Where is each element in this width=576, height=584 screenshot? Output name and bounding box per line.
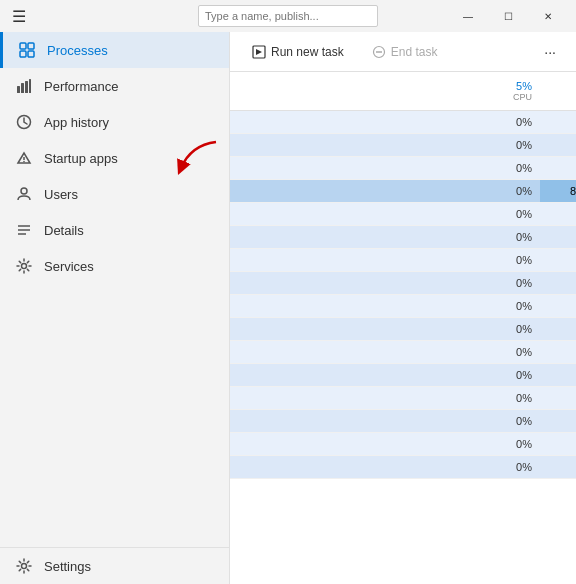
cell-memory: 0.9 MB [540,410,576,432]
table-row[interactable]: 0% 0.1 MB 0 MB/s 0 Mbps [230,387,576,410]
cell-name [230,272,470,294]
cell-memory: 0.9 MB [540,318,576,340]
more-options-button[interactable]: ··· [536,40,564,64]
services-icon [16,258,32,274]
performance-icon [16,78,32,94]
cell-name [230,364,470,386]
close-button[interactable]: ✕ [528,0,568,32]
svg-rect-1 [28,43,34,49]
content-area: Run new task End task ··· 5% CPU 53% Mem… [230,32,576,584]
svg-point-17 [22,564,27,569]
table-row[interactable]: 0% 0.9 MB 0 MB/s 0 Mbps [230,318,576,341]
sidebar-item-startup-apps[interactable]: Startup apps [0,140,229,176]
table-row[interactable]: 0% 4.1 MB 0 MB/s 0 Mbps [230,157,576,180]
svg-rect-0 [20,43,26,49]
table-row[interactable]: 0% 2.9 MB 0 MB/s 0 Mbps [230,226,576,249]
cell-memory: 1.4 MB [540,295,576,317]
svg-rect-2 [20,51,26,57]
cell-name [230,111,470,133]
cell-name [230,180,470,202]
sidebar-item-app-history[interactable]: App history [0,104,229,140]
app-history-icon [16,114,32,130]
cell-name [230,226,470,248]
maximize-button[interactable]: ☐ [488,0,528,32]
main-content: Processes Performance App history [0,32,576,584]
cell-name [230,456,470,478]
table-row[interactable]: 0% 3.6 MB 0 MB/s 0 Mbps [230,249,576,272]
table-row[interactable]: 0% 0 MB 0 MB/s 0 Mbps [230,134,576,157]
sidebar-item-processes[interactable]: Processes [0,32,229,68]
cell-memory: 2.9 MB [540,226,576,248]
cell-cpu: 0% [470,387,540,409]
search-container [198,5,378,27]
cell-cpu: 0% [470,157,540,179]
svg-point-10 [23,161,25,163]
table-row[interactable]: 0% 0.8 MB 0 MB/s 0 Mbps [230,341,576,364]
sidebar-spacer [0,284,229,543]
users-icon [16,186,32,202]
table-row[interactable]: 0% 0.9 MB 0 MB/s 0 Mbps [230,410,576,433]
cell-name [230,387,470,409]
cell-name [230,157,470,179]
cell-cpu: 0% [470,456,540,478]
table-header: 5% CPU 53% Memory 0% Disk 0% Network [230,72,576,111]
cell-memory: 3.6 MB [540,249,576,271]
end-task-button[interactable]: End task [362,41,448,63]
cell-name [230,134,470,156]
settings-label: Settings [44,559,91,574]
cell-cpu: 0% [470,203,540,225]
menu-icon[interactable]: ☰ [8,3,30,30]
settings-icon [16,558,32,574]
col-header-cpu[interactable]: 5% CPU [470,76,540,106]
search-input[interactable] [198,5,378,27]
sidebar-item-details[interactable]: Details [0,212,229,248]
svg-point-12 [21,188,27,194]
svg-rect-4 [17,86,20,93]
cell-cpu: 0% [470,295,540,317]
toolbar: Run new task End task ··· [230,32,576,72]
cell-cpu: 0% [470,364,540,386]
cell-name [230,433,470,455]
sidebar-item-performance[interactable]: Performance [0,68,229,104]
process-table: 0% 22.9 MB 0 MB/s 0 Mbps 0% 0 MB 0 MB/s … [230,111,576,584]
col-header-memory[interactable]: 53% Memory [540,76,576,106]
cell-cpu: 0% [470,341,540,363]
processes-icon [19,42,35,58]
details-icon [16,222,32,238]
cell-name [230,410,470,432]
sidebar-item-settings[interactable]: Settings [0,547,229,584]
titlebar: ☰ — ☐ ✕ [0,0,576,32]
col-header-name[interactable] [230,76,470,106]
details-label: Details [44,223,84,238]
table-row[interactable]: 0% 1.1 MB 0 MB/s 0 Mbps [230,272,576,295]
sidebar-item-users[interactable]: Users [0,176,229,212]
startup-apps-label: Startup apps [44,151,118,166]
table-row[interactable]: 0% 0.9 MB 0 MB/s 0 Mbps [230,364,576,387]
run-new-task-button[interactable]: Run new task [242,41,354,63]
cell-memory: 0.1 MB [540,387,576,409]
cell-cpu: 0% [470,226,540,248]
arrow-annotation [171,140,221,180]
cell-cpu: 0% [470,134,540,156]
table-row[interactable]: 0% 0.4 MB 0 MB/s 0 Mbps [230,456,576,479]
cell-cpu: 0% [470,180,540,202]
svg-rect-6 [25,81,28,93]
minimize-button[interactable]: — [448,0,488,32]
window-controls: — ☐ ✕ [448,0,568,32]
sidebar-item-services[interactable]: Services [0,248,229,284]
end-task-icon [372,45,386,59]
table-row[interactable]: 0% 1.4 MB 0 MB/s 0 Mbps [230,295,576,318]
cell-memory: 0.4 MB [540,433,576,455]
users-label: Users [44,187,78,202]
table-row[interactable]: 0% 873.4 MB 0.1 MB/s 0 Mbps [230,180,576,203]
app-history-label: App history [44,115,109,130]
svg-rect-3 [28,51,34,57]
table-row[interactable]: 0% 0.4 MB 0 MB/s 0 Mbps [230,433,576,456]
cell-memory: 4.1 MB [540,157,576,179]
cell-cpu: 0% [470,272,540,294]
cell-memory: 0.8 MB [540,341,576,363]
cell-name [230,295,470,317]
table-row[interactable]: 0% 12.2 MB 0 MB/s 0 Mbps [230,203,576,226]
services-label: Services [44,259,94,274]
table-row[interactable]: 0% 22.9 MB 0 MB/s 0 Mbps [230,111,576,134]
